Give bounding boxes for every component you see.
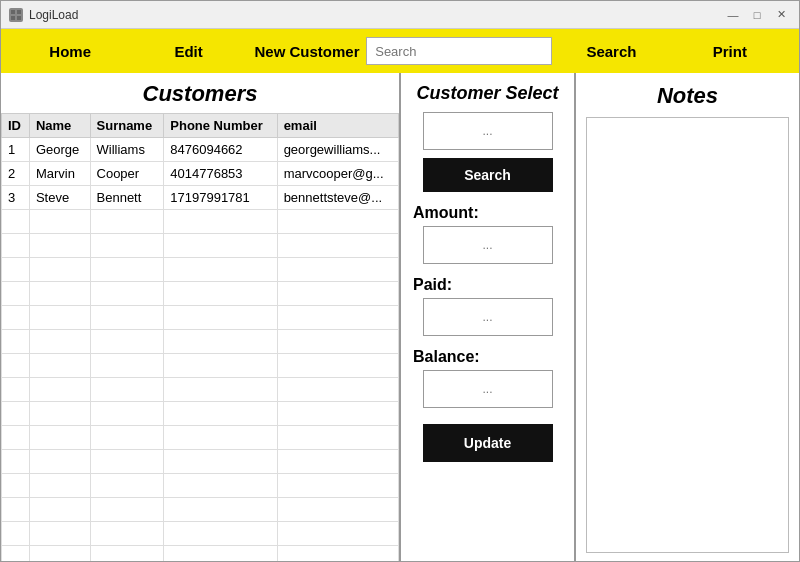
table-cell-empty (2, 354, 30, 378)
table-cell-email: bennettsteve@... (277, 186, 398, 210)
table-cell-empty (277, 282, 398, 306)
table-cell-empty (2, 306, 30, 330)
table-cell-empty (90, 474, 164, 498)
table-row[interactable] (2, 234, 399, 258)
table-row[interactable] (2, 402, 399, 426)
table-row[interactable] (2, 546, 399, 563)
balance-input[interactable] (423, 370, 553, 408)
paid-label: Paid: (413, 276, 452, 294)
table-cell-empty (29, 258, 90, 282)
table-cell-empty (90, 210, 164, 234)
table-row[interactable] (2, 474, 399, 498)
table-cell-empty (90, 450, 164, 474)
balance-label: Balance: (413, 348, 480, 366)
table-cell-empty (2, 546, 30, 563)
col-email: email (277, 114, 398, 138)
table-cell-empty (29, 378, 90, 402)
table-row[interactable] (2, 306, 399, 330)
paid-input[interactable] (423, 298, 553, 336)
table-cell-empty (2, 330, 30, 354)
table-cell-surname: Bennett (90, 186, 164, 210)
app-icon (9, 8, 23, 22)
minimize-button[interactable]: — (723, 7, 743, 23)
table-cell-empty (164, 378, 277, 402)
table-cell-empty (2, 258, 30, 282)
table-cell-empty (277, 498, 398, 522)
table-cell-empty (2, 378, 30, 402)
table-cell-empty (277, 306, 398, 330)
table-row[interactable] (2, 330, 399, 354)
table-cell-empty (2, 282, 30, 306)
table-cell-empty (90, 426, 164, 450)
edit-menu-item[interactable]: Edit (129, 35, 247, 68)
table-row[interactable]: 2MarvinCooper4014776853marvcooper@g... (2, 162, 399, 186)
table-cell-empty (277, 522, 398, 546)
maximize-button[interactable]: □ (747, 7, 767, 23)
col-id: ID (2, 114, 30, 138)
table-row[interactable] (2, 282, 399, 306)
table-cell-empty (2, 210, 30, 234)
table-row[interactable] (2, 210, 399, 234)
table-cell-empty (29, 354, 90, 378)
table-row[interactable] (2, 498, 399, 522)
table-cell-empty (277, 210, 398, 234)
toolbar: Home Edit New Customer Search Print (1, 29, 799, 73)
table-cell-empty (277, 474, 398, 498)
search-menu-item[interactable]: Search (552, 35, 670, 68)
update-button[interactable]: Update (423, 424, 553, 462)
table-cell-id: 2 (2, 162, 30, 186)
table-cell-empty (90, 354, 164, 378)
table-row[interactable] (2, 450, 399, 474)
table-cell-empty (29, 450, 90, 474)
col-surname: Surname (90, 114, 164, 138)
table-row[interactable] (2, 426, 399, 450)
table-cell-empty (277, 426, 398, 450)
table-cell-empty (29, 210, 90, 234)
table-row[interactable] (2, 354, 399, 378)
new-customer-menu-item[interactable]: New Customer (248, 35, 366, 68)
table-cell-empty (277, 402, 398, 426)
table-row[interactable]: 3SteveBennett17197991781bennettsteve@... (2, 186, 399, 210)
table-cell-empty (2, 426, 30, 450)
close-button[interactable]: ✕ (771, 7, 791, 23)
table-cell-empty (2, 450, 30, 474)
table-cell-empty (164, 234, 277, 258)
table-cell-empty (29, 426, 90, 450)
table-cell-phone: 8476094662 (164, 138, 277, 162)
table-cell-empty (90, 330, 164, 354)
customer-name-input[interactable] (423, 112, 553, 150)
customers-title: Customers (1, 73, 399, 113)
main-content: Customers ID Name Surname Phone Number e… (1, 73, 799, 562)
table-cell-email: georgewilliams... (277, 138, 398, 162)
table-cell-empty (90, 522, 164, 546)
notes-panel: Notes (576, 73, 799, 562)
col-name: Name (29, 114, 90, 138)
customer-select-panel: Customer Select Search Amount: Paid: Bal… (401, 73, 576, 562)
table-cell-empty (164, 282, 277, 306)
table-cell-empty (90, 546, 164, 563)
table-cell-phone: 4014776853 (164, 162, 277, 186)
home-menu-item[interactable]: Home (11, 35, 129, 68)
table-row[interactable] (2, 378, 399, 402)
table-cell-surname: Cooper (90, 162, 164, 186)
table-cell-empty (90, 234, 164, 258)
table-cell-empty (2, 402, 30, 426)
table-row[interactable] (2, 522, 399, 546)
table-cell-empty (29, 522, 90, 546)
table-cell-empty (29, 474, 90, 498)
app-title: LogiLoad (29, 8, 78, 22)
print-menu-item[interactable]: Print (671, 35, 789, 68)
table-cell-empty (29, 330, 90, 354)
amount-input[interactable] (423, 226, 553, 264)
customer-search-button[interactable]: Search (423, 158, 553, 192)
table-cell-empty (29, 546, 90, 563)
table-cell-name: Steve (29, 186, 90, 210)
table-cell-empty (90, 258, 164, 282)
search-input[interactable] (366, 37, 552, 65)
table-row[interactable] (2, 258, 399, 282)
table-cell-empty (29, 282, 90, 306)
notes-textarea[interactable] (586, 117, 789, 553)
table-cell-id: 3 (2, 186, 30, 210)
table-row[interactable]: 1GeorgeWilliams8476094662georgewilliams.… (2, 138, 399, 162)
table-cell-empty (90, 402, 164, 426)
